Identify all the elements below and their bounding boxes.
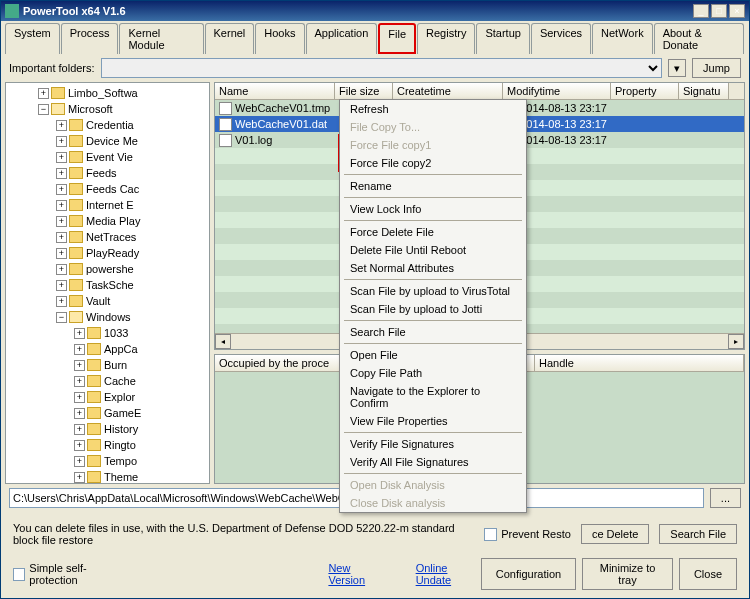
tab-startup[interactable]: Startup	[476, 23, 529, 54]
expand-icon[interactable]: +	[56, 184, 67, 195]
browse-button[interactable]: ...	[710, 488, 741, 508]
tree-node[interactable]: +Ringto	[74, 437, 207, 453]
expand-icon[interactable]: +	[74, 344, 85, 355]
tree-label[interactable]: Explor	[104, 391, 135, 403]
tree-node[interactable]: +Vault	[56, 293, 207, 309]
tree-label[interactable]: GameE	[104, 407, 141, 419]
expand-icon[interactable]: +	[56, 136, 67, 147]
tree-node[interactable]: +1033	[74, 325, 207, 341]
tab-network[interactable]: NetWork	[592, 23, 653, 54]
tab-about-&-donate[interactable]: About & Donate	[654, 23, 744, 54]
expand-icon[interactable]: +	[74, 360, 85, 371]
col-sig[interactable]: Signatu	[679, 83, 729, 99]
new-version-link[interactable]: New Version	[328, 562, 385, 586]
tree-node[interactable]: +Media Play	[56, 213, 207, 229]
force-delete-button[interactable]: ce Delete	[581, 524, 649, 544]
tree-label[interactable]: Tempo	[104, 455, 137, 467]
menu-navigate-to-the-explorer-to-confirm[interactable]: Navigate to the Explorer to Confirm	[340, 382, 526, 412]
tree-label[interactable]: NetTraces	[86, 231, 136, 243]
tree-node[interactable]: +GameE	[74, 405, 207, 421]
tree-label[interactable]: Device Me	[86, 135, 138, 147]
menu-open-file[interactable]: Open File	[340, 346, 526, 364]
menu-rename[interactable]: Rename	[340, 177, 526, 195]
tab-file[interactable]: File	[378, 23, 416, 54]
tree-node[interactable]: +Theme	[74, 469, 207, 484]
expand-icon[interactable]: +	[56, 168, 67, 179]
tab-process[interactable]: Process	[61, 23, 119, 54]
tree-node[interactable]: +Internet E	[56, 197, 207, 213]
scroll-left-arrow-icon[interactable]: ◂	[215, 334, 231, 349]
tree-label[interactable]: Event Vie	[86, 151, 133, 163]
tree-node[interactable]: +Credentia	[56, 117, 207, 133]
tree-label[interactable]: Vault	[86, 295, 110, 307]
tab-system[interactable]: System	[5, 23, 60, 54]
tree-node[interactable]: +NetTraces	[56, 229, 207, 245]
expand-icon[interactable]: +	[56, 120, 67, 131]
expand-icon[interactable]: +	[74, 424, 85, 435]
close-button[interactable]: ×	[729, 4, 745, 18]
tree-node[interactable]: +powershe	[56, 261, 207, 277]
menu-force-file-copy2[interactable]: Force File copy2	[340, 154, 526, 172]
tree-node[interactable]: +Feeds Cac	[56, 181, 207, 197]
menu-refresh[interactable]: Refresh	[340, 100, 526, 118]
maximize-button[interactable]: □	[711, 4, 727, 18]
tree-label[interactable]: Credentia	[86, 119, 134, 131]
tree-label[interactable]: Cache	[104, 375, 136, 387]
tree-node[interactable]: +PlayReady	[56, 245, 207, 261]
tab-kernel-module[interactable]: Kernel Module	[119, 23, 203, 54]
minimize-tray-button[interactable]: Minimize to tray	[582, 558, 673, 590]
tab-registry[interactable]: Registry	[417, 23, 475, 54]
folders-dropdown[interactable]	[101, 58, 663, 78]
menu-copy-file-path[interactable]: Copy File Path	[340, 364, 526, 382]
tree-label[interactable]: 1033	[104, 327, 128, 339]
menu-force-delete-file[interactable]: Force Delete File	[340, 223, 526, 241]
expand-icon[interactable]: +	[56, 296, 67, 307]
expand-icon[interactable]: +	[74, 456, 85, 467]
expand-icon[interactable]: +	[74, 328, 85, 339]
menu-search-file[interactable]: Search File	[340, 323, 526, 341]
jump-button[interactable]: Jump	[692, 58, 741, 78]
tree-label[interactable]: Internet E	[86, 199, 134, 211]
online-update-link[interactable]: Online Undate	[416, 562, 481, 586]
tree-label[interactable]: Windows	[86, 311, 131, 323]
expand-icon[interactable]: +	[74, 392, 85, 403]
tree-node[interactable]: +Explor	[74, 389, 207, 405]
col-name[interactable]: Name	[215, 83, 335, 99]
menu-view-file-properties[interactable]: View File Properties	[340, 412, 526, 430]
menu-scan-file-by-upload-to-jotti[interactable]: Scan File by upload to Jotti	[340, 300, 526, 318]
menu-view-lock-info[interactable]: View Lock Info	[340, 200, 526, 218]
tree-label[interactable]: History	[104, 423, 138, 435]
tree-node[interactable]: +Device Me	[56, 133, 207, 149]
self-protection-checkbox[interactable]: Simple self-protection	[13, 562, 128, 586]
tree-label[interactable]: AppCa	[104, 343, 138, 355]
expand-icon[interactable]: +	[56, 200, 67, 211]
tree-node[interactable]: +History	[74, 421, 207, 437]
tree-node[interactable]: +Cache	[74, 373, 207, 389]
expand-icon[interactable]: +	[74, 376, 85, 387]
tree-node[interactable]: +Burn	[74, 357, 207, 373]
expand-icon[interactable]: +	[56, 264, 67, 275]
scroll-right-arrow-icon[interactable]: ▸	[728, 334, 744, 349]
tree-label[interactable]: Theme	[104, 471, 138, 483]
col-mtime[interactable]: Modifytime	[503, 83, 611, 99]
tab-kernel[interactable]: Kernel	[205, 23, 255, 54]
tree-label[interactable]: Media Play	[86, 215, 140, 227]
tree-label[interactable]: powershe	[86, 263, 134, 275]
menu-scan-file-by-upload-to-virustotal[interactable]: Scan File by upload to VirusTotal	[340, 282, 526, 300]
tree-label[interactable]: Microsoft	[68, 103, 113, 115]
expand-icon[interactable]: +	[56, 280, 67, 291]
expand-icon[interactable]: +	[56, 248, 67, 259]
context-menu[interactable]: RefreshFile Copy To...Force File copy1Fo…	[339, 99, 527, 513]
dropdown-arrow-icon[interactable]: ▾	[668, 59, 686, 77]
collapse-icon[interactable]: −	[38, 104, 49, 115]
col-size[interactable]: File size	[335, 83, 393, 99]
collapse-icon[interactable]: −	[56, 312, 67, 323]
prevent-restore-checkbox[interactable]: Prevent Resto	[484, 528, 571, 541]
expand-icon[interactable]: +	[56, 216, 67, 227]
expand-icon[interactable]: +	[56, 232, 67, 243]
menu-verify-file-signatures[interactable]: Verify File Signatures	[340, 435, 526, 453]
tree-label[interactable]: Ringto	[104, 439, 136, 451]
col-prop[interactable]: Property	[611, 83, 679, 99]
tree-label[interactable]: Feeds Cac	[86, 183, 139, 195]
close-app-button[interactable]: Close	[679, 558, 737, 590]
